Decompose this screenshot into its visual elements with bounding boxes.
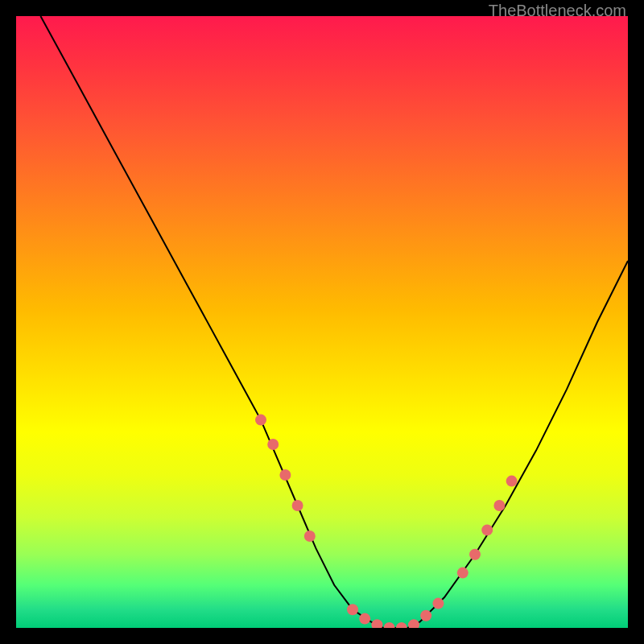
highlight-dot bbox=[279, 469, 291, 481]
highlight-dot bbox=[408, 619, 419, 628]
highlight-dot bbox=[493, 500, 505, 511]
highlight-dots bbox=[255, 415, 518, 628]
chart-container: TheBottleneck.com bbox=[0, 0, 644, 644]
plot-area bbox=[16, 16, 628, 628]
highlight-dot bbox=[420, 610, 431, 621]
highlight-dot bbox=[255, 415, 266, 426]
highlight-dot bbox=[347, 604, 358, 615]
highlight-dot bbox=[506, 476, 518, 487]
highlight-dot bbox=[432, 598, 444, 609]
watermark-text: TheBottleneck.com bbox=[489, 2, 626, 20]
highlight-dot bbox=[371, 619, 382, 628]
highlight-dot bbox=[292, 500, 303, 511]
highlight-dot bbox=[304, 530, 316, 542]
highlight-dot bbox=[457, 568, 469, 579]
highlight-dot bbox=[384, 622, 395, 628]
highlight-dot bbox=[267, 439, 279, 450]
highlight-dot bbox=[396, 622, 407, 628]
highlight-dot bbox=[481, 524, 493, 535]
highlight-dot bbox=[469, 549, 481, 560]
bottleneck-curve bbox=[40, 16, 628, 628]
chart-svg bbox=[16, 16, 628, 628]
highlight-dot bbox=[359, 613, 370, 625]
